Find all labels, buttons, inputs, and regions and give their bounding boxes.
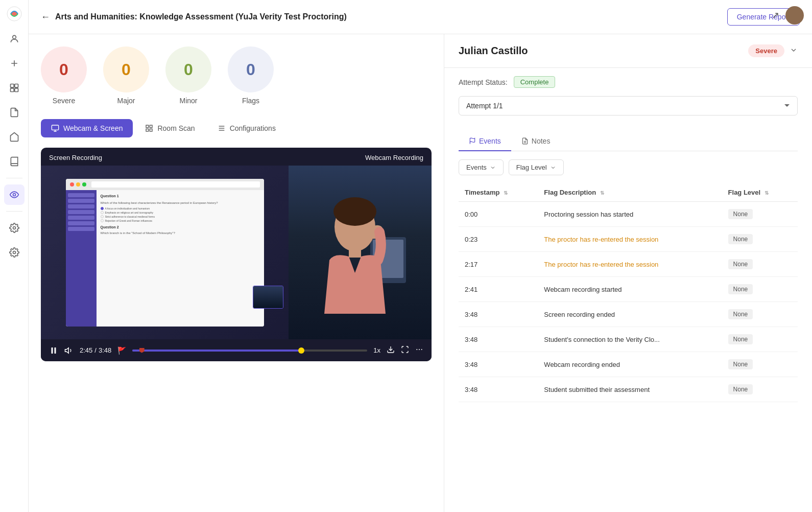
progress-fill [132, 350, 301, 352]
webcam-area[interactable] [289, 166, 432, 339]
mock-url-bar [91, 181, 260, 188]
mock-sidebar-item [68, 204, 94, 208]
table-row: 0:00Proctoring session has startedNone [459, 202, 798, 227]
flags-circle: 0 [228, 46, 274, 92]
sidebar-divider-2 [6, 211, 22, 212]
back-button[interactable]: ← [41, 12, 50, 22]
col-timestamp[interactable]: Timestamp ⇅ [459, 183, 538, 202]
student-header-right: Severe [748, 44, 798, 57]
page-title: Arts and Humanities: Knowledge Assessmen… [55, 12, 347, 21]
screen-recording-mock: Question 1 Which of the following best c… [41, 166, 289, 339]
tab-notes[interactable]: Notes [511, 132, 561, 151]
app-logo[interactable] [7, 6, 22, 21]
score-minor: 0 Minor [165, 46, 211, 105]
minor-label: Minor [179, 97, 197, 105]
event-flag-level: None [722, 227, 798, 252]
complete-badge: Complete [514, 76, 556, 88]
sidebar-item-book[interactable] [4, 151, 25, 172]
tab-room-scan[interactable]: Room Scan [135, 119, 205, 137]
sidebar-item-add[interactable] [4, 53, 25, 74]
svg-rect-4 [10, 88, 14, 92]
svg-marker-25 [65, 347, 69, 353]
attempt-selector-wrapper: Attempt 1/1 [459, 96, 798, 124]
sidebar-item-settings2[interactable] [4, 242, 25, 263]
mock-sidebar-item [68, 210, 94, 214]
events-filter-button[interactable]: Events [459, 159, 504, 175]
more-options-button[interactable] [415, 345, 423, 355]
events-tbody: 0:00Proctoring session has startedNone0:… [459, 202, 798, 402]
svg-rect-21 [349, 247, 361, 258]
tab-configurations[interactable]: Configurations [207, 119, 286, 137]
table-header: Timestamp ⇅ Flag Description ⇅ Flag Leve… [459, 183, 798, 202]
svg-point-1 [12, 35, 16, 39]
sidebar-item-user[interactable] [4, 29, 25, 49]
svg-point-29 [421, 349, 422, 350]
sidebar-item-document[interactable] [4, 102, 25, 123]
mock-sidebar-item [68, 193, 94, 197]
progress-bar[interactable] [132, 350, 367, 352]
mock-sidebar-item [68, 216, 94, 220]
attempt-selector[interactable]: Attempt 1/1 [459, 96, 798, 115]
body-area: 0 Severe 0 Major 0 Minor [29, 34, 812, 512]
chevron-down-button[interactable] [790, 46, 798, 56]
timestamp-sort-icon: ⇅ [504, 190, 508, 196]
attempt-status-label: Attempt Status: [459, 78, 508, 86]
tab-bar: Webcam & Screen Room Scan Configurations [41, 119, 432, 137]
sidebar-item-settings[interactable] [4, 218, 25, 238]
event-timestamp: 3:48 [459, 302, 538, 327]
minor-circle: 0 [165, 46, 211, 92]
top-header: ← Arts and Humanities: Knowledge Assessm… [29, 0, 812, 34]
mock-dot-red [70, 182, 74, 187]
sidebar-divider [6, 178, 22, 178]
event-timestamp: 0:00 [459, 202, 538, 227]
col-flag-description[interactable]: Flag Description ⇅ [538, 183, 722, 202]
event-flag-level: None [722, 302, 798, 327]
flag-level-badge: None [728, 259, 753, 269]
tab-events[interactable]: Events [459, 132, 511, 151]
event-timestamp: 3:48 [459, 352, 538, 377]
flag-level-badge: None [728, 359, 753, 369]
video-labels: Screen Recording Webcam Recording [41, 148, 432, 166]
avatar[interactable] [785, 6, 804, 25]
sidebar-item-library[interactable] [4, 127, 25, 147]
tab-webcam-screen[interactable]: Webcam & Screen [41, 119, 133, 137]
score-row: 0 Severe 0 Major 0 Minor [41, 46, 432, 105]
progress-thumb[interactable] [298, 347, 304, 354]
flag-description-sort-icon: ⇅ [600, 190, 604, 196]
svg-rect-3 [14, 84, 18, 88]
event-description: The proctor has re-entered the session [538, 227, 722, 252]
svg-point-8 [13, 251, 15, 254]
svg-rect-11 [150, 125, 153, 128]
event-flag-level: None [722, 202, 798, 227]
flag-level-badge: None [728, 284, 753, 294]
score-major: 0 Major [103, 46, 149, 105]
external-link-button[interactable]: ↗ [772, 10, 779, 21]
svg-rect-13 [150, 129, 153, 131]
event-description: Screen recording ended [538, 302, 722, 327]
main-content: ← Arts and Humanities: Knowledge Assessm… [29, 0, 812, 512]
mock-sidebar-item [68, 221, 94, 225]
attempt-status-row: Attempt Status: Complete [459, 76, 798, 88]
svg-rect-2 [10, 84, 14, 88]
video-area[interactable]: Question 1 Which of the following best c… [41, 166, 432, 339]
event-flag-level: None [722, 352, 798, 377]
sidebar-item-proctoring[interactable] [4, 184, 25, 205]
event-description: Proctoring session has started [538, 202, 722, 227]
table-row: 0:23The proctor has re-entered the sessi… [459, 227, 798, 252]
fullscreen-button[interactable] [401, 345, 409, 355]
events-table: Timestamp ⇅ Flag Description ⇅ Flag Leve… [459, 183, 798, 402]
sidebar-item-dashboard[interactable] [4, 78, 25, 98]
severity-badge: Severe [748, 44, 784, 57]
table-row: 2:41Webcam recording startedNone [459, 277, 798, 302]
col-flag-level[interactable]: Flag Level ⇅ [722, 183, 798, 202]
webcam-recording-label: Webcam Recording [365, 154, 423, 161]
tab-notes-label: Notes [532, 137, 551, 145]
download-button[interactable] [387, 345, 395, 355]
event-timestamp: 2:41 [459, 277, 538, 302]
event-flag-level: None [722, 327, 798, 352]
flag-level-filter-button[interactable]: Flag Level [509, 159, 564, 175]
volume-button[interactable] [64, 346, 74, 355]
pause-button[interactable] [49, 346, 58, 355]
screen-recording-area[interactable]: Question 1 Which of the following best c… [41, 166, 289, 339]
event-timestamp: 2:17 [459, 252, 538, 277]
